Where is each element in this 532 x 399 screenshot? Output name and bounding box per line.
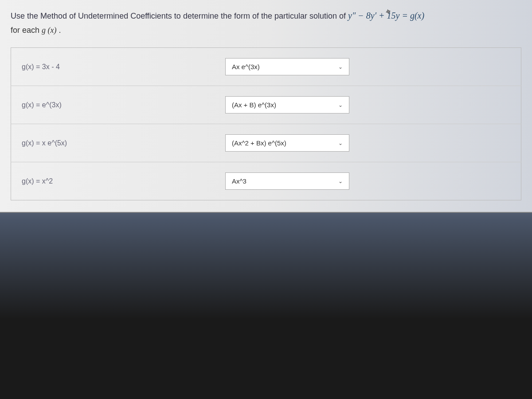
period: . [57,26,61,35]
answer-dropdown-4[interactable]: Ax^3 ⌄ [225,172,349,190]
answer-table: g(x) = 3x - 4 Ax e^(3x) ⌄ g(x) = e^(3x) … [11,47,521,200]
answer-dropdown-2[interactable]: (Ax + B) e^(3x) ⌄ [225,96,349,113]
prompt-text: Use the Method of Undetermined Coefficie… [11,12,348,20]
row-label: g(x) = 3x - 4 [11,48,225,86]
table-row: g(x) = x^2 Ax^3 ⌄ [11,162,521,200]
chevron-down-icon: ⌄ [338,102,343,108]
dropdown-value: (Ax + B) e^(3x) [232,101,334,109]
chevron-down-icon: ⌄ [338,64,343,70]
dropdown-cell: Ax e^(3x) ⌄ [225,48,521,86]
dropdown-cell: (Ax^2 + Bx) e^(5x) ⌄ [225,124,521,162]
dropdown-value: (Ax^2 + Bx) e^(5x) [232,139,334,147]
dropdown-value: Ax e^(3x) [232,63,334,70]
gx-label: g (x) [42,26,56,35]
chevron-down-icon: ⌄ [338,140,343,146]
dropdown-cell: Ax^3 ⌄ [225,162,521,200]
for-each-text: for each [11,26,42,35]
question-subline: for each g (x) . [11,26,521,35]
chevron-down-icon: ⌄ [338,178,343,184]
answer-dropdown-1[interactable]: Ax e^(3x) ⌄ [225,58,349,75]
dropdown-value: Ax^3 [232,177,334,185]
question-panel: Use the Method of Undetermined Coefficie… [0,0,532,213]
dropdown-cell: (Ax + B) e^(3x) ⌄ [225,86,521,124]
question-prompt: Use the Method of Undetermined Coefficie… [11,9,521,22]
table-row: g(x) = 3x - 4 Ax e^(3x) ⌄ [11,48,521,86]
answer-dropdown-3[interactable]: (Ax^2 + Bx) e^(5x) ⌄ [225,134,349,152]
row-label: g(x) = x e^(5x) [11,124,225,162]
table-row: g(x) = e^(3x) (Ax + B) e^(3x) ⌄ [11,86,521,124]
row-label: g(x) = x^2 [11,162,225,200]
table-row: g(x) = x e^(5x) (Ax^2 + Bx) e^(5x) ⌄ [11,124,521,162]
row-label: g(x) = e^(3x) [11,86,225,124]
